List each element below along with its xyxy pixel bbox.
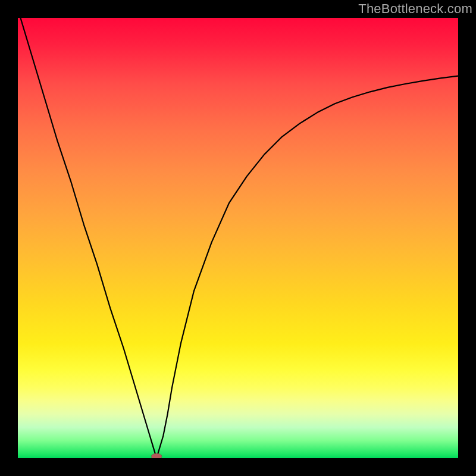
chart-frame: TheBottleneck.com [0, 0, 476, 476]
min-marker [151, 453, 162, 458]
bottleneck-curve [18, 18, 458, 458]
watermark-text: TheBottleneck.com [358, 1, 472, 17]
plot-area [18, 18, 458, 458]
curve-svg [18, 18, 458, 458]
